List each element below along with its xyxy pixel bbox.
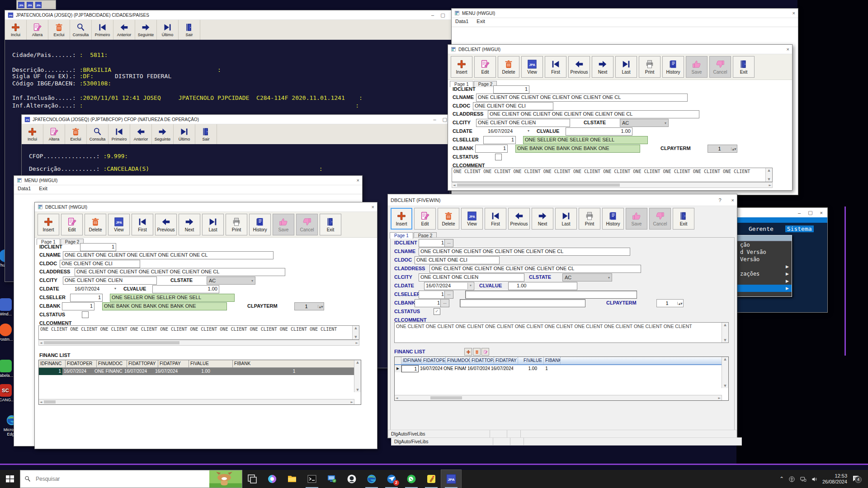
financ-add-button[interactable]: [464, 348, 472, 356]
task-view-button[interactable]: [242, 470, 262, 488]
menu-titlebar[interactable]: MENU (HWGUI) ×: [452, 9, 798, 18]
tab-page1[interactable]: Page 1: [37, 239, 60, 245]
primeiro-button[interactable]: Primeiro: [92, 20, 113, 40]
menu-titlebar[interactable]: MENU (HWGUI) ×: [14, 176, 362, 185]
dropdown-item[interactable]: d Versão: [737, 249, 792, 256]
last-button[interactable]: Last: [615, 56, 637, 78]
idclient-field[interactable]: 1: [419, 239, 446, 247]
grid-row[interactable]: ▶ 1 16/07/2024 ONE FINANC 16/07/2024 16/…: [395, 365, 728, 372]
accessibility-icon[interactable]: [788, 476, 795, 483]
sair-button[interactable]: Sair: [179, 20, 200, 40]
dropdown-item[interactable]: ção: [737, 241, 792, 249]
clstate-dropdown[interactable]: AC▾: [620, 119, 669, 127]
cldate-field[interactable]: 16/07/2024▾: [424, 282, 474, 290]
clstatus-checkbox[interactable]: [82, 311, 89, 318]
ultimo-button[interactable]: Último: [174, 124, 195, 144]
claddress-field[interactable]: ONE CLIENT ONE CLIENT ONE CLIENT ONE CLI…: [488, 110, 699, 118]
history-button[interactable]: History: [249, 214, 271, 235]
clcity-field[interactable]: ONE CLIENT ONE CLIEN: [476, 119, 570, 127]
previous-button[interactable]: Previous: [155, 214, 177, 235]
dbclient-titlebar[interactable]: DBCLIENT (HWGUI) ×: [35, 202, 377, 212]
tray-clock[interactable]: 12:53 26/08/2024: [822, 473, 847, 485]
dropdown-item-highlighted[interactable]: ▶: [737, 285, 792, 292]
clcomment-textarea[interactable]: ONE CLIENT ONE CLIENT ONE CLIENT ONE CLI…: [38, 325, 359, 340]
clvalue-field[interactable]: 1.00: [566, 127, 632, 136]
delete-button[interactable]: Delete: [438, 208, 459, 230]
history-button[interactable]: History: [602, 208, 624, 230]
clname-field[interactable]: ONE CLIENT ONE CLIENT ONE CLIENT ONE CLI…: [63, 251, 274, 259]
dbclient-titlebar[interactable]: DBCLIENT (HWGUI) ×: [448, 45, 792, 54]
tab-page1[interactable]: Page 1: [390, 232, 413, 239]
notification-button[interactable]: 4: [852, 472, 863, 486]
delete-button[interactable]: Delete: [85, 214, 106, 235]
history-button[interactable]: History: [662, 56, 684, 78]
clstatus-checkbox[interactable]: ✓: [434, 308, 440, 315]
clbank-field[interactable]: 1: [475, 145, 508, 153]
jpa-app-button[interactable]: [441, 470, 461, 488]
first-button[interactable]: First: [545, 56, 566, 78]
field-value[interactable]: :9.999:: [103, 153, 128, 160]
edit-button[interactable]: Edit: [414, 208, 436, 230]
close-button[interactable]: ×: [731, 197, 734, 203]
thunderbird-button[interactable]: 2: [382, 470, 401, 488]
inclui-button[interactable]: Inclui: [22, 124, 43, 144]
previous-button[interactable]: Previous: [508, 208, 530, 230]
altera-button[interactable]: Altera: [43, 124, 65, 144]
seguinte-button[interactable]: Seguinte: [135, 20, 157, 40]
insert-button[interactable]: Insert: [451, 56, 472, 78]
field-value[interactable]: :5300108:: [80, 80, 111, 87]
maximize-button[interactable]: ▢: [440, 12, 445, 18]
altera-button[interactable]: Altera: [27, 20, 48, 40]
menu-item-data1[interactable]: Data1: [18, 186, 31, 193]
search-daily-image[interactable]: [209, 470, 242, 488]
dropdown-item[interactable]: Versão: [737, 256, 792, 263]
cldate-dropdown-icon[interactable]: ▾: [114, 286, 116, 291]
computer-button[interactable]: [322, 470, 342, 488]
field-value[interactable]: :BRASILIA :: [80, 66, 221, 73]
previous-button[interactable]: Previous: [568, 56, 590, 78]
clseller-field[interactable]: 1: [419, 291, 446, 299]
cldate-field[interactable]: 16/07/2024: [75, 286, 99, 291]
ultimo-button[interactable]: Último: [157, 20, 179, 40]
vertical-scrollbar[interactable]: ▲▼: [352, 326, 359, 339]
clcity-field[interactable]: ONE CLIENT ONE CLIEN: [419, 273, 524, 282]
next-button[interactable]: Next: [592, 56, 613, 78]
help-button[interactable]: ?: [718, 197, 721, 203]
last-button[interactable]: Last: [202, 214, 224, 235]
exclui-button[interactable]: Exclui: [48, 20, 70, 40]
consulta-button[interactable]: Consulta: [70, 20, 92, 40]
field-value[interactable]: : 5811:: [80, 52, 108, 58]
close-button[interactable]: ×: [787, 47, 789, 52]
grid-row-selected[interactable]: 1 16/07/2024 ONE FINANC 16/07/2024 16/07…: [39, 368, 361, 375]
primeiro-button[interactable]: Primeiro: [108, 124, 130, 144]
financ-edit-button[interactable]: [481, 348, 489, 356]
menu-item-sistema[interactable]: Sistema: [785, 225, 814, 232]
dropdown-item[interactable]: ▶: [737, 277, 792, 285]
clcity-field[interactable]: ONE CLIENT ONE CLIEN: [63, 277, 157, 285]
clpayterm-spinner[interactable]: 1▲▼: [294, 302, 324, 310]
dropdown-item[interactable]: zações▶: [737, 270, 792, 277]
clseller-field[interactable]: 1: [483, 136, 516, 144]
file-explorer-button[interactable]: [282, 470, 302, 488]
cldoc-field[interactable]: ONE CLIENT ONE CLI: [60, 260, 140, 268]
terminal-button[interactable]: [302, 470, 322, 488]
idclient-field[interactable]: 1: [80, 243, 116, 251]
cidades-titlebar[interactable]: JPATECNOLOGIA (JOSEQ) (PJPTABCIDADE) CID…: [5, 10, 457, 20]
maximize-button[interactable]: ▢: [443, 117, 447, 122]
menu-item-exit[interactable]: Exit: [476, 19, 485, 26]
cldoc-field[interactable]: ONE CLIENT ONE CLI: [415, 256, 500, 264]
dbclient-titlebar[interactable]: DBCLIENT (FIVEWIN) ? ×: [388, 194, 737, 206]
print-button[interactable]: Print: [639, 56, 660, 78]
claddress-field[interactable]: ONE CLIENT ONE CLIENT ONE CLIENT ONE CLI…: [429, 265, 641, 273]
menu-item-gerente[interactable]: Gerente: [749, 225, 774, 232]
clcomment-textarea[interactable]: ONE CLIENT ONE CLIENT ONE CLIENT ONE CLI…: [394, 322, 729, 343]
clstate-dropdown[interactable]: AC▾: [207, 277, 255, 285]
seguinte-button[interactable]: Seguinte: [152, 124, 174, 144]
clname-field[interactable]: ONE CLIENT ONE CLIENT ONE CLIENT ONE CLI…: [476, 94, 688, 102]
last-button[interactable]: Last: [555, 208, 577, 230]
exit-button[interactable]: Exit: [320, 214, 341, 235]
exit-button[interactable]: Exit: [733, 56, 755, 78]
clpayterm-spinner[interactable]: 1▲▼: [656, 299, 684, 307]
search-input[interactable]: [35, 475, 209, 483]
clbank-lookup-button[interactable]: ...: [440, 299, 449, 307]
